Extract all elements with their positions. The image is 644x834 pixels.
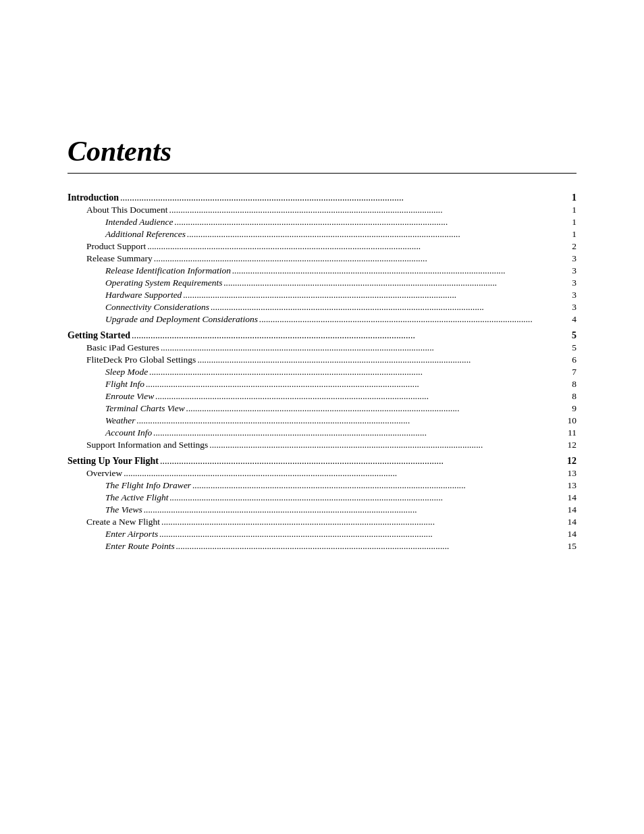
toc-page-number: 14 xyxy=(563,504,576,515)
toc-label: Terminal Charts View xyxy=(68,403,185,414)
toc-page-number: 5 xyxy=(563,342,576,353)
toc-dots: ........................................… xyxy=(259,314,562,325)
toc-label: Setting Up Your Flight xyxy=(68,456,159,467)
toc-row: Release Identification Information .....… xyxy=(68,265,576,276)
toc-page-number: 12 xyxy=(563,440,576,450)
toc-label: Sleep Mode xyxy=(68,367,148,377)
toc-page-number: 14 xyxy=(563,492,576,503)
toc-label: About This Document xyxy=(68,205,168,215)
toc-dots: ........................................… xyxy=(160,456,562,467)
toc-dots: ........................................… xyxy=(192,480,562,491)
toc-row: Enter Route Points .....................… xyxy=(68,541,576,552)
toc-page-number: 14 xyxy=(563,517,576,527)
toc-dots: ........................................… xyxy=(155,391,562,402)
toc-page-number: 11 xyxy=(563,427,576,438)
toc-label: Overview xyxy=(68,468,122,479)
toc-page-number: 1 xyxy=(563,217,576,228)
toc-label: Intended Audience xyxy=(68,217,173,228)
toc-row: FliteDeck Pro Global Settings ..........… xyxy=(68,355,576,365)
toc-label: Additional References xyxy=(68,229,186,240)
toc-row: Introduction ...........................… xyxy=(68,192,576,203)
toc-row: Account Info ...........................… xyxy=(68,427,576,438)
toc-dots: ........................................… xyxy=(146,379,562,390)
toc-row: Release Summary ........................… xyxy=(68,253,576,264)
toc-row: The Views ..............................… xyxy=(68,504,576,515)
toc-label: The Active Flight xyxy=(68,492,168,503)
toc-row: Intended Audience ......................… xyxy=(68,217,576,228)
toc-row: Connectivity Considerations ............… xyxy=(68,302,576,313)
toc-dots: ........................................… xyxy=(176,541,562,552)
toc-page-number: 3 xyxy=(563,302,576,313)
toc-dots: ........................................… xyxy=(161,517,562,527)
toc-dots: ........................................… xyxy=(120,192,562,203)
page-title: Contents xyxy=(68,135,576,167)
toc-page-number: 14 xyxy=(563,529,576,540)
toc-page-number: 3 xyxy=(563,290,576,301)
toc-row: Setting Up Your Flight .................… xyxy=(68,456,576,467)
toc-container: Introduction ...........................… xyxy=(68,192,576,552)
toc-dots: ........................................… xyxy=(137,415,562,426)
toc-dots: ........................................… xyxy=(232,265,562,276)
toc-row: Flight Info ............................… xyxy=(68,379,576,390)
toc-label: FliteDeck Pro Global Settings xyxy=(68,355,196,365)
toc-dots: ........................................… xyxy=(223,278,562,288)
toc-page-number: 10 xyxy=(563,415,576,426)
toc-row: Getting Started ........................… xyxy=(68,330,576,341)
toc-row: Overview ...............................… xyxy=(68,468,576,479)
toc-row: About This Document ....................… xyxy=(68,205,576,215)
toc-page-number: 6 xyxy=(563,355,576,365)
toc-dots: ........................................… xyxy=(175,217,562,228)
toc-label: Enroute View xyxy=(68,391,154,402)
toc-dots: ........................................… xyxy=(161,342,562,353)
toc-page-number: 3 xyxy=(563,278,576,288)
toc-dots: ........................................… xyxy=(132,330,562,341)
toc-page-number: 3 xyxy=(563,253,576,264)
toc-row: Create a New Flight ....................… xyxy=(68,517,576,527)
toc-row: Product Support ........................… xyxy=(68,241,576,252)
toc-page-number: 8 xyxy=(563,379,576,390)
toc-row: The Active Flight ......................… xyxy=(68,492,576,503)
toc-dots: ........................................… xyxy=(154,253,562,264)
toc-dots: ........................................… xyxy=(183,290,562,301)
toc-dots: ........................................… xyxy=(124,468,562,479)
toc-page-number: 9 xyxy=(563,403,576,414)
toc-row: The Flight Info Drawer .................… xyxy=(68,480,576,491)
toc-row: Upgrade and Deployment Considerations ..… xyxy=(68,314,576,325)
toc-page-number: 1 xyxy=(563,205,576,215)
toc-dots: ........................................… xyxy=(187,229,562,240)
toc-dots: ........................................… xyxy=(144,504,562,515)
toc-label: Upgrade and Deployment Considerations xyxy=(68,314,258,325)
toc-dots: ........................................… xyxy=(149,367,562,377)
toc-row: Enter Airports .........................… xyxy=(68,529,576,540)
toc-label: Enter Airports xyxy=(68,529,158,540)
toc-label: Connectivity Considerations xyxy=(68,302,209,313)
toc-row: Enroute View ...........................… xyxy=(68,391,576,402)
toc-label: Introduction xyxy=(68,192,119,203)
page: Contents Introduction ..................… xyxy=(0,0,644,834)
toc-page-number: 5 xyxy=(563,330,576,341)
toc-label: Enter Route Points xyxy=(68,541,175,552)
toc-row: Terminal Charts View ...................… xyxy=(68,403,576,414)
toc-dots: ........................................… xyxy=(211,302,562,313)
title-divider xyxy=(68,173,576,174)
toc-page-number: 1 xyxy=(563,229,576,240)
toc-page-number: 12 xyxy=(563,456,576,467)
toc-page-number: 13 xyxy=(563,480,576,491)
toc-page-number: 13 xyxy=(563,468,576,479)
toc-label: Release Identification Information xyxy=(68,265,231,276)
toc-label: Operating System Requirements xyxy=(68,278,222,288)
toc-dots: ........................................… xyxy=(197,355,562,365)
toc-label: Hardware Supported xyxy=(68,290,182,301)
toc-page-number: 4 xyxy=(563,314,576,325)
toc-dots: ........................................… xyxy=(209,440,562,450)
toc-dots: ........................................… xyxy=(169,205,562,215)
toc-page-number: 7 xyxy=(563,367,576,377)
toc-label: Getting Started xyxy=(68,330,130,341)
toc-page-number: 1 xyxy=(563,192,576,203)
toc-label: Flight Info xyxy=(68,379,144,390)
toc-row: Basic iPad Gestures ....................… xyxy=(68,342,576,353)
toc-label: Product Support xyxy=(68,241,146,252)
toc-label: Basic iPad Gestures xyxy=(68,342,159,353)
toc-dots: ........................................… xyxy=(153,427,562,438)
toc-row: Weather ................................… xyxy=(68,415,576,426)
